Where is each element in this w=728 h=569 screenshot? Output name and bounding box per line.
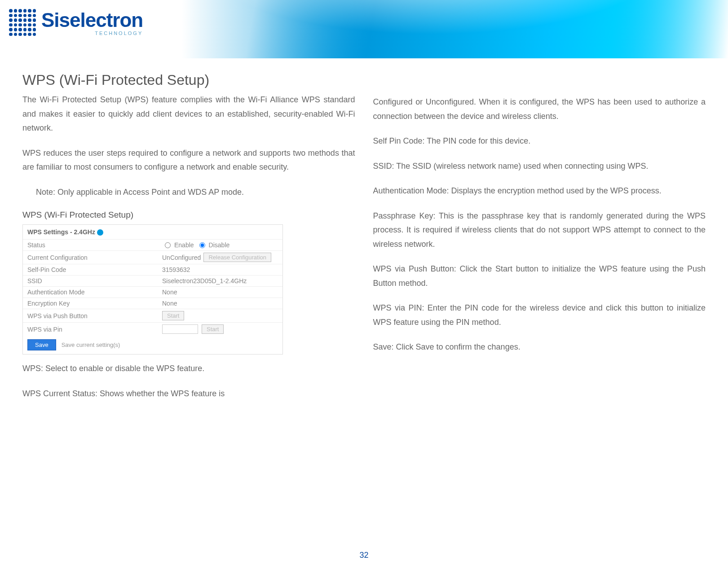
note-text: Note: Only applicable in Access Point an… (36, 185, 318, 200)
current-config-value: UnConfigured (162, 254, 201, 261)
wps-settings-panel: WPS Settings - 2.4GHz Status Enable Disa… (22, 224, 283, 355)
ssid-value: Siselectron23D05D_1-2.4GHz (162, 277, 278, 284)
ssid-label: SSID (27, 277, 162, 284)
wps-pin-label: WPS via Pin (27, 326, 162, 333)
wps-panel-title: WPS Settings - 2.4GHz (23, 225, 282, 239)
encryption-key-value: None (162, 300, 278, 307)
self-pin-value: 31593632 (162, 266, 278, 273)
ssid-desc: SSID: The SSID (wireless network name) u… (373, 159, 706, 174)
header-banner: Siselectron TECHNOLOGY (0, 0, 728, 58)
wps-pin-start-button[interactable]: Start (202, 324, 224, 334)
status-disable-text: Disable (209, 241, 230, 249)
wps-select-desc: WPS: Select to enable or disable the WPS… (22, 362, 355, 376)
wps-current-status-desc: WPS Current Status: Shows whether the WP… (22, 387, 355, 401)
save-button[interactable]: Save (27, 339, 56, 350)
self-pin-label: Self-Pin Code (27, 266, 162, 273)
intro-paragraph-2: WPS reduces the user steps required to c… (22, 146, 355, 175)
release-config-button[interactable]: Release Configuration (203, 253, 271, 262)
wps-push-label: WPS via Push Button (27, 312, 162, 320)
self-pin-desc: Self Pin Code: The PIN code for this dev… (373, 134, 706, 149)
configured-desc: Configured or Unconfigured. When it is c… (373, 95, 706, 123)
brand-logo: Siselectron TECHNOLOGY (9, 9, 143, 36)
wps-pin-input[interactable] (162, 324, 198, 334)
panel-subhead: WPS (Wi-Fi Protected Setup) (22, 210, 355, 220)
save-hint: Save current setting(s) (62, 341, 120, 348)
intro-paragraph-1: The Wi-Fi Protected Setup (WPS) feature … (22, 93, 355, 136)
auth-mode-desc: Authentication Mode: Displays the encryp… (373, 184, 706, 198)
status-enable-text: Enable (174, 241, 194, 249)
wps-push-desc: WPS via Push Button: Click the Start but… (373, 262, 706, 290)
page-number: 32 (359, 551, 368, 560)
brand-name: Siselectron (41, 9, 143, 31)
current-config-label: Current Configuration (27, 254, 162, 261)
auth-mode-label: Authentication Mode (27, 289, 162, 296)
auth-mode-value: None (162, 289, 278, 296)
status-enable-radio[interactable] (165, 242, 171, 248)
wps-panel-title-text: WPS Settings - 2.4GHz (27, 228, 95, 236)
passphrase-desc: Passphrase Key: This is the passphrase k… (373, 209, 706, 252)
encryption-key-label: Encryption Key (27, 300, 162, 307)
wps-push-start-button[interactable]: Start (162, 311, 184, 320)
status-label: Status (27, 241, 162, 249)
save-desc: Save: Click Save to confirm the changes. (373, 340, 706, 355)
page-title: WPS (Wi-Fi Protected Setup) (22, 72, 355, 88)
status-disable-radio[interactable] (199, 242, 205, 248)
banner-swoosh-graphic (135, 0, 728, 58)
logo-globe-icon (9, 9, 36, 36)
wps-pin-desc: WPS via PIN: Enter the PIN code for the … (373, 301, 706, 329)
refresh-icon[interactable] (97, 229, 103, 236)
